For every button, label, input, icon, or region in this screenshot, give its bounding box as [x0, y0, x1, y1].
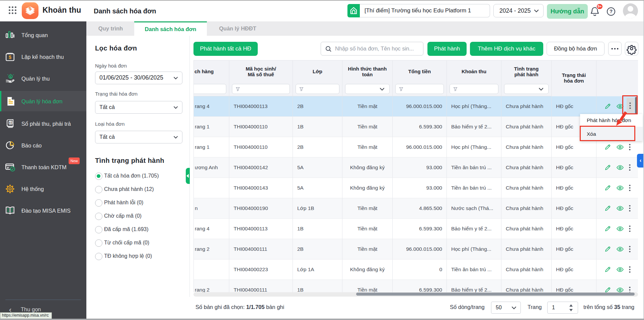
svg-text:$: $	[10, 75, 12, 78]
svg-text:$: $	[9, 55, 11, 60]
svg-text:$: $	[9, 120, 11, 124]
